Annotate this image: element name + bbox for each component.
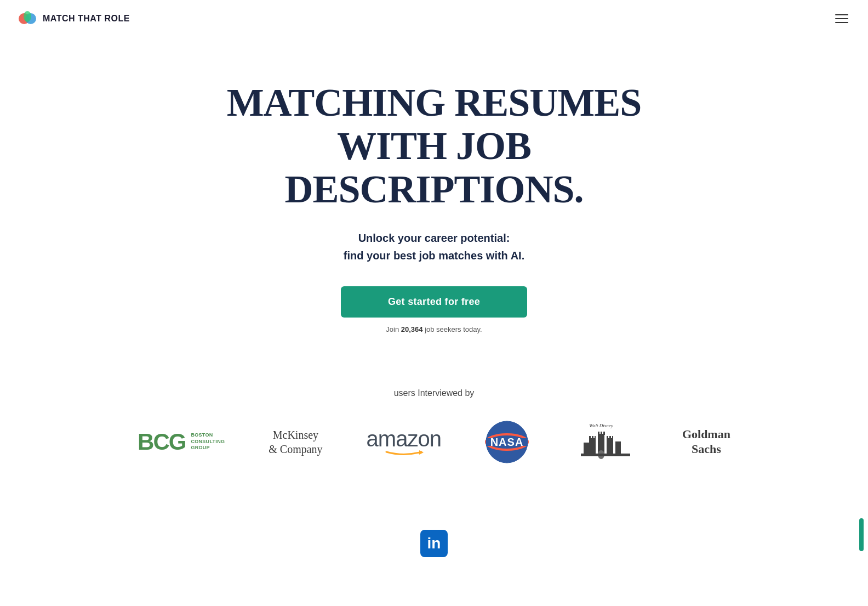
join-text: Join 20,364 job seekers today. xyxy=(386,325,482,333)
hamburger-line-3 xyxy=(835,22,848,23)
svg-text:Walt Disney: Walt Disney xyxy=(589,423,613,428)
disney-castle-icon: Walt Disney xyxy=(573,422,638,460)
linkedin-icon[interactable]: in xyxy=(420,530,448,557)
bcg-letters: BCG xyxy=(138,429,185,455)
mckinsey-logo: McKinsey& Company xyxy=(269,428,322,456)
companies-section: users Interviewed by BCG BOSTONCONSULTIN… xyxy=(0,366,868,497)
hero-title: MATCHING RESUMES WITH JOB DESCRIPTIONS. xyxy=(187,81,681,212)
logo[interactable]: MATCH THAT ROLE xyxy=(18,9,130,29)
hamburger-line-1 xyxy=(835,14,848,15)
svg-rect-22 xyxy=(612,436,613,439)
hamburger-line-2 xyxy=(835,18,848,19)
svg-rect-19 xyxy=(603,432,605,435)
disney-text: Walt Disney xyxy=(573,422,638,462)
amazon-arrow-icon xyxy=(382,447,426,457)
bcg-full-name: BOSTONCONSULTINGGROUP xyxy=(191,432,225,451)
svg-rect-18 xyxy=(601,432,602,435)
linkedin-section: in xyxy=(0,519,868,568)
hero-section: MATCHING RESUMES WITH JOB DESCRIPTIONS. … xyxy=(0,37,868,366)
linkedin-label: in xyxy=(427,535,441,552)
svg-rect-24 xyxy=(581,454,630,456)
mckinsey-text: McKinsey& Company xyxy=(269,428,322,456)
hero-subtitle: Unlock your career potential: find your … xyxy=(344,229,524,264)
logo-text: MATCH THAT ROLE xyxy=(43,14,130,24)
svg-rect-16 xyxy=(595,436,596,439)
svg-rect-17 xyxy=(598,432,599,435)
bcg-logo: BCG BOSTONCONSULTINGGROUP xyxy=(138,429,225,455)
goldman-text: GoldmanSachs xyxy=(682,427,730,456)
hero-title-line1: MATCHING RESUMES xyxy=(227,81,642,124)
hamburger-button[interactable] xyxy=(833,12,850,25)
companies-label: users Interviewed by xyxy=(394,388,475,398)
svg-rect-9 xyxy=(589,438,596,455)
svg-rect-12 xyxy=(615,441,621,455)
svg-rect-11 xyxy=(607,438,613,455)
svg-rect-21 xyxy=(609,436,611,439)
nasa-logo: NASA xyxy=(485,420,529,464)
svg-marker-3 xyxy=(419,450,424,455)
logo-icon xyxy=(18,9,37,29)
svg-rect-13 xyxy=(584,443,589,455)
join-prefix: Join xyxy=(386,325,401,333)
join-suffix: job seekers today. xyxy=(423,325,482,333)
svg-rect-15 xyxy=(592,436,593,439)
join-count: 20,364 xyxy=(401,325,423,333)
svg-point-2 xyxy=(24,11,31,22)
amazon-logo: amazon xyxy=(367,427,441,457)
svg-text:NASA: NASA xyxy=(490,436,524,448)
scrollbar-indicator[interactable] xyxy=(859,518,864,551)
hero-subtitle-line2: find your best job matches with AI. xyxy=(344,250,524,262)
svg-rect-14 xyxy=(589,436,591,439)
cta-button[interactable]: Get started for free xyxy=(341,286,527,318)
disney-logo: Walt Disney xyxy=(573,422,638,462)
navbar: MATCH THAT ROLE xyxy=(0,0,868,37)
nasa-svg-icon: NASA xyxy=(485,420,529,464)
hero-subtitle-line1: Unlock your career potential: xyxy=(358,232,510,244)
svg-rect-20 xyxy=(607,436,608,439)
companies-row: BCG BOSTONCONSULTINGGROUP McKinsey& Comp… xyxy=(138,420,730,464)
goldman-logo: GoldmanSachs xyxy=(682,427,730,456)
hero-title-line2: WITH JOB DESCRIPTIONS. xyxy=(284,124,583,211)
